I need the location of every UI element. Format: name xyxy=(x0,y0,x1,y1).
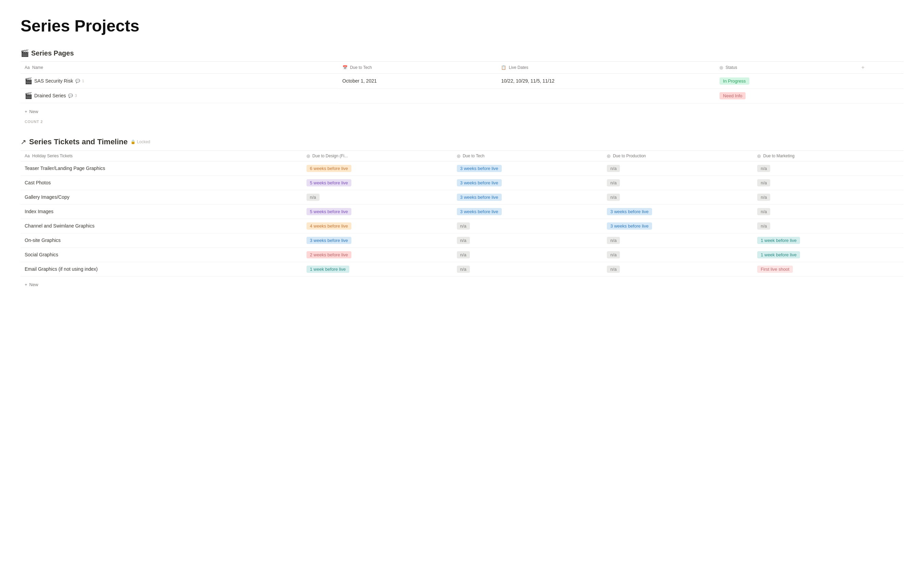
ticket-badge: n/a xyxy=(757,165,770,172)
ticket-badge: n/a xyxy=(757,222,770,230)
ticket-cell: n/a xyxy=(453,262,603,276)
ticket-badge: 4 weeks before live xyxy=(306,222,351,230)
series-pages-icon: 🎬 xyxy=(20,49,29,57)
ticket-name-cell[interactable]: On-site Graphics xyxy=(20,233,303,247)
table-row[interactable]: Email Graphics (if not using index)1 wee… xyxy=(20,262,904,276)
table-row[interactable]: Channel and Swimlane Graphics4 weeks bef… xyxy=(20,219,904,233)
ticket-badge: n/a xyxy=(607,251,620,258)
ticket-cell: n/a xyxy=(603,175,753,190)
ticket-cell: n/a xyxy=(753,204,904,219)
ticket-cell: 6 weeks before live xyxy=(303,161,453,175)
table-row[interactable]: On-site Graphics3 weeks before liven/an/… xyxy=(20,233,904,247)
ticket-badge: 3 weeks before live xyxy=(457,165,502,172)
ticket-cell: 4 weeks before live xyxy=(303,219,453,233)
ticket-cell: 5 weeks before live xyxy=(303,175,453,190)
ticket-badge: 5 weeks before live xyxy=(306,179,351,186)
ticket-cell: 3 weeks before live xyxy=(453,161,603,175)
row-name[interactable]: SAS Security Risk xyxy=(34,78,73,84)
ticket-badge: 2 weeks before live xyxy=(306,251,351,258)
ticket-badge: 3 weeks before live xyxy=(457,179,502,186)
series-pages-header: 🎬 Series Pages xyxy=(20,49,904,57)
ticket-badge: 3 weeks before live xyxy=(457,208,502,215)
live-dates-cell: 10/22, 10/29, 11/5, 11/12 xyxy=(497,74,715,89)
col-add[interactable]: + xyxy=(854,62,904,74)
ticket-name-cell[interactable]: Social Graphics xyxy=(20,247,303,262)
table-row[interactable]: 🎬 Drained Series 💬 3 Need Info xyxy=(20,88,904,103)
ticket-cell: n/a xyxy=(753,175,904,190)
tickets-tech-icon: ◎ xyxy=(457,153,460,158)
ticket-cell: n/a xyxy=(753,219,904,233)
ticket-badge: 6 weeks before live xyxy=(306,165,351,172)
comment-icon: 💬 xyxy=(75,79,80,83)
tickets-production-icon: ◎ xyxy=(607,153,610,158)
ticket-badge: n/a xyxy=(457,222,470,230)
live-dates-col-icon: 📋 xyxy=(501,65,506,70)
status-cell: Need Info xyxy=(715,88,854,103)
table-row[interactable]: Teaser Trailer/Landing Page Graphics6 we… xyxy=(20,161,904,175)
ticket-badge: n/a xyxy=(457,251,470,258)
lock-icon: 🔒 xyxy=(131,139,136,144)
add-column-button[interactable]: + xyxy=(858,63,867,72)
ticket-cell: n/a xyxy=(603,262,753,276)
comment-icon: 💬 xyxy=(68,94,73,98)
arrow-icon: ↗ xyxy=(20,138,27,146)
table-row[interactable]: Cast Photos5 weeks before live3 weeks be… xyxy=(20,175,904,190)
table-row[interactable]: Index Images5 weeks before live3 weeks b… xyxy=(20,204,904,219)
ticket-name-cell[interactable]: Teaser Trailer/Landing Page Graphics xyxy=(20,161,303,175)
table-row[interactable]: 🎬 SAS Security Risk 💬 1 October 1, 2021 … xyxy=(20,74,904,89)
tickets-design-icon: ◎ xyxy=(306,153,310,158)
ticket-cell: 3 weeks before live xyxy=(453,204,603,219)
comment-count: 1 xyxy=(82,79,84,83)
due-tech-col-icon: 📅 xyxy=(342,65,348,70)
table-row[interactable]: Gallery Images/Copyn/a3 weeks before liv… xyxy=(20,190,904,204)
locked-badge: 🔒 Locked xyxy=(131,139,150,144)
tickets-marketing-icon: ◎ xyxy=(757,153,761,158)
ticket-cell: n/a xyxy=(603,233,753,247)
col-due-tech: 📅 Due to Tech xyxy=(339,62,497,74)
ticket-badge: n/a xyxy=(457,237,470,244)
series-tickets-table: Aa Holiday Series Tickets ◎ Due to Desig… xyxy=(20,150,904,277)
ticket-cell: 3 weeks before live xyxy=(453,190,603,204)
tickets-col-design: ◎ Due to Design (Fi... xyxy=(303,150,453,161)
ticket-badge: n/a xyxy=(757,208,770,215)
tickets-new-row-label: New xyxy=(30,282,38,287)
ticket-badge: n/a xyxy=(306,194,320,201)
page-title: Series Projects xyxy=(20,16,904,35)
ticket-badge: 1 week before live xyxy=(757,251,800,258)
ticket-cell: n/a xyxy=(753,190,904,204)
tickets-new-row-button[interactable]: + New xyxy=(20,279,904,290)
tickets-col-name: Aa Holiday Series Tickets xyxy=(20,150,303,161)
col-name: Aa Name xyxy=(20,62,339,74)
ticket-cell: n/a xyxy=(603,161,753,175)
new-row-button[interactable]: + New xyxy=(20,106,904,117)
ticket-cell: n/a xyxy=(453,219,603,233)
ticket-name-cell[interactable]: Cast Photos xyxy=(20,175,303,190)
ticket-cell: n/a xyxy=(603,190,753,204)
ticket-badge: n/a xyxy=(607,194,620,201)
ticket-cell: n/a xyxy=(453,247,603,262)
row-name[interactable]: Drained Series xyxy=(34,93,66,99)
col-live-dates: 📋 Live Dates xyxy=(497,62,715,74)
ticket-cell: 1 week before live xyxy=(303,262,453,276)
ticket-name-cell[interactable]: Index Images xyxy=(20,204,303,219)
table-row[interactable]: Social Graphics2 weeks before liven/an/a… xyxy=(20,247,904,262)
ticket-badge: 3 weeks before live xyxy=(306,237,351,244)
ticket-name-cell[interactable]: Channel and Swimlane Graphics xyxy=(20,219,303,233)
series-pages-title: Series Pages xyxy=(31,49,74,57)
ticket-badge: 1 week before live xyxy=(306,266,349,273)
ticket-name-cell[interactable]: Email Graphics (if not using index) xyxy=(20,262,303,276)
tickets-col-production: ◎ Due to Production xyxy=(603,150,753,161)
ticket-badge: n/a xyxy=(607,179,620,186)
ticket-name-cell[interactable]: Gallery Images/Copy xyxy=(20,190,303,204)
ticket-badge: n/a xyxy=(607,165,620,172)
ticket-badge: n/a xyxy=(607,266,620,273)
ticket-badge: n/a xyxy=(457,266,470,273)
series-tickets-title: Series Tickets and Timeline xyxy=(29,138,128,146)
ticket-cell: 1 week before live xyxy=(753,247,904,262)
ticket-cell: 3 weeks before live xyxy=(303,233,453,247)
ticket-badge: 1 week before live xyxy=(757,237,800,244)
tickets-col-marketing: ◎ Due to Marketing xyxy=(753,150,904,161)
ticket-badge: n/a xyxy=(607,237,620,244)
due-tech-cell xyxy=(339,88,497,103)
ticket-cell: n/a xyxy=(303,190,453,204)
